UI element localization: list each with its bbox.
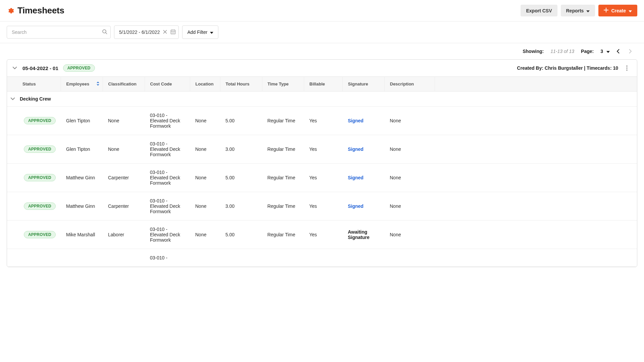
collapse-group-icon[interactable] bbox=[10, 96, 16, 102]
cell-total-hours: 5.00 bbox=[220, 164, 262, 192]
group-row[interactable]: Decking Crew bbox=[7, 92, 637, 107]
cell-tail bbox=[435, 135, 637, 164]
timesheet-status-badge: APPROVED bbox=[63, 64, 95, 72]
cell-location: None bbox=[190, 164, 220, 192]
export-csv-button[interactable]: Export CSV bbox=[521, 5, 557, 16]
cell-time-type bbox=[262, 249, 304, 267]
date-range-value: 5/1/2022 - 6/1/2022 bbox=[119, 29, 160, 35]
timesheet-panel: 05-04-2022 - 01 APPROVED Created By: Chr… bbox=[7, 59, 637, 267]
cell-location: None bbox=[190, 221, 220, 249]
search-wrap bbox=[7, 26, 111, 39]
cell-classification: Carpenter bbox=[103, 192, 145, 221]
table-row[interactable]: APPROVED Matthew Ginn Carpenter 03-010 -… bbox=[7, 192, 637, 221]
filterbar: 5/1/2022 - 6/1/2022 Add Filter bbox=[0, 21, 644, 43]
signature-link[interactable]: Signed bbox=[348, 118, 364, 123]
col-signature[interactable]: Signature bbox=[342, 77, 384, 92]
reports-button[interactable]: Reports bbox=[561, 5, 595, 16]
cell-cost-code: 03-010 - Elevated Deck Formwork bbox=[145, 135, 190, 164]
clear-date-icon[interactable] bbox=[163, 29, 167, 35]
timesheet-header: 05-04-2022 - 01 APPROVED Created By: Chr… bbox=[7, 60, 637, 76]
table-row[interactable]: APPROVED Glen Tipton None 03-010 - Eleva… bbox=[7, 135, 637, 164]
table-row[interactable]: APPROVED Matthew Ginn Carpenter 03-010 -… bbox=[7, 164, 637, 192]
cell-total-hours: 5.00 bbox=[220, 107, 262, 135]
pagination-bar: Showing: 11-13 of 13 Page: 3 bbox=[0, 43, 644, 59]
next-page-button[interactable] bbox=[629, 49, 634, 54]
timesheet-meta: Created By: Chris Burgstaller | Timecard… bbox=[517, 65, 618, 71]
col-location[interactable]: Location bbox=[190, 77, 220, 92]
cell-cost-code: 03-010 - Elevated Deck Formwork bbox=[145, 221, 190, 249]
search-input[interactable] bbox=[7, 26, 111, 39]
cell-employee: Matthew Ginn bbox=[61, 192, 103, 221]
group-name: Decking Crew bbox=[20, 96, 51, 102]
topbar: Timesheets Export CSV Reports Create bbox=[0, 0, 644, 21]
col-description[interactable]: Description bbox=[384, 77, 435, 92]
col-billable[interactable]: Billable bbox=[304, 77, 342, 92]
col-classification[interactable]: Classification bbox=[103, 77, 145, 92]
cell-time-type: Regular Time bbox=[262, 164, 304, 192]
signature-link[interactable]: Signed bbox=[348, 146, 364, 152]
page-title: Timesheets bbox=[17, 5, 64, 16]
create-button[interactable]: Create bbox=[598, 5, 637, 16]
col-time-type[interactable]: Time Type bbox=[262, 77, 304, 92]
signature-link[interactable]: Signed bbox=[348, 203, 364, 209]
brand-gear-icon bbox=[7, 7, 14, 14]
cell-location bbox=[190, 249, 220, 267]
cell-location: None bbox=[190, 192, 220, 221]
cell-description: None bbox=[384, 221, 435, 249]
cell-total-hours: 5.00 bbox=[220, 221, 262, 249]
svg-point-0 bbox=[103, 30, 106, 33]
cell-total-hours bbox=[220, 249, 262, 267]
cell-status: APPROVED bbox=[7, 192, 61, 221]
reports-label: Reports bbox=[566, 8, 584, 13]
cell-status bbox=[7, 249, 61, 267]
cell-cost-code: 03-010 - Elevated Deck Formwork bbox=[145, 107, 190, 135]
cell-billable: Yes bbox=[304, 135, 342, 164]
chevron-down-icon bbox=[629, 8, 632, 13]
cell-classification: None bbox=[103, 107, 145, 135]
search-icon bbox=[102, 29, 107, 36]
table-row[interactable]: 03-010 - bbox=[7, 249, 637, 267]
date-range-picker[interactable]: 5/1/2022 - 6/1/2022 bbox=[114, 25, 179, 39]
col-employees[interactable]: Employees bbox=[61, 77, 103, 92]
cell-tail bbox=[435, 221, 637, 249]
cell-employee: Mike Marshall bbox=[61, 221, 103, 249]
status-badge: APPROVED bbox=[24, 117, 56, 124]
cell-tail bbox=[435, 249, 637, 267]
cell-employee: Glen Tipton bbox=[61, 135, 103, 164]
cell-tail bbox=[435, 107, 637, 135]
cell-status: APPROVED bbox=[7, 164, 61, 192]
prev-page-button[interactable] bbox=[616, 49, 622, 54]
cell-description: None bbox=[384, 107, 435, 135]
col-tail bbox=[435, 77, 637, 92]
status-badge: APPROVED bbox=[24, 202, 56, 210]
cell-status: APPROVED bbox=[7, 107, 61, 135]
cell-signature bbox=[342, 249, 384, 267]
sort-icon bbox=[97, 81, 99, 86]
cell-location: None bbox=[190, 107, 220, 135]
col-cost-code[interactable]: Cost Code bbox=[145, 77, 190, 92]
table-row[interactable]: APPROVED Glen Tipton None 03-010 - Eleva… bbox=[7, 107, 637, 135]
cell-location: None bbox=[190, 135, 220, 164]
timecards-table: Status Employees Classification Cost Cod… bbox=[7, 76, 637, 267]
col-total-hours[interactable]: Total Hours bbox=[220, 77, 262, 92]
cell-employee: Matthew Ginn bbox=[61, 164, 103, 192]
table-row[interactable]: APPROVED Mike Marshall Laborer 03-010 - … bbox=[7, 221, 637, 249]
export-csv-label: Export CSV bbox=[526, 8, 552, 13]
add-filter-button[interactable]: Add Filter bbox=[182, 25, 218, 39]
cell-status: APPROVED bbox=[7, 135, 61, 164]
cell-signature: Signed bbox=[342, 192, 384, 221]
page-select[interactable]: 3 bbox=[600, 49, 610, 54]
showing-value: 11-13 of 13 bbox=[550, 49, 574, 54]
collapse-sheet-button[interactable] bbox=[12, 65, 18, 71]
cell-classification: None bbox=[103, 135, 145, 164]
calendar-icon[interactable] bbox=[170, 29, 176, 36]
cell-billable: Yes bbox=[304, 107, 342, 135]
signature-link[interactable]: Signed bbox=[348, 175, 364, 180]
cell-description: None bbox=[384, 164, 435, 192]
timesheet-more-menu[interactable] bbox=[626, 65, 632, 71]
cell-signature: Signed bbox=[342, 107, 384, 135]
col-status[interactable]: Status bbox=[7, 77, 61, 92]
create-label: Create bbox=[611, 8, 626, 13]
cell-classification bbox=[103, 249, 145, 267]
svg-point-4 bbox=[626, 69, 627, 70]
